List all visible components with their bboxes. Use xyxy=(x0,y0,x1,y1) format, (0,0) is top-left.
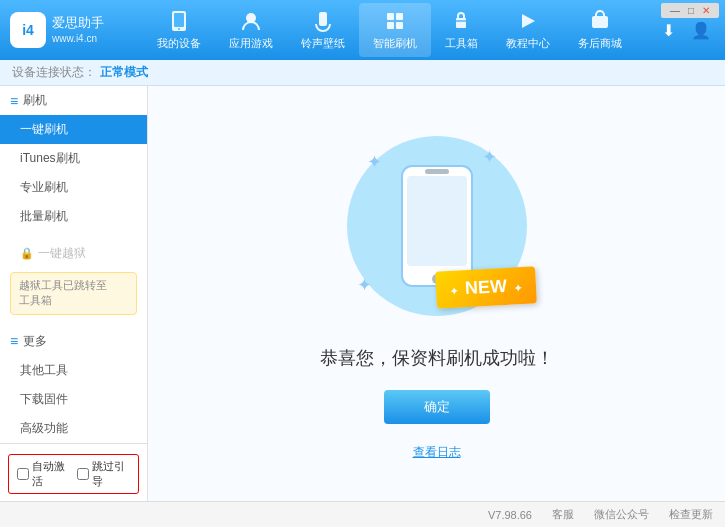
nav-toolbox[interactable]: 工具箱 xyxy=(431,3,492,57)
window-maximize[interactable]: □ xyxy=(685,5,697,16)
more-section-icon: ≡ xyxy=(10,333,18,349)
auto-activate-checkbox[interactable] xyxy=(17,468,29,480)
success-message: 恭喜您，保资料刷机成功啦！ xyxy=(320,346,554,370)
svg-rect-10 xyxy=(456,18,466,28)
top-navbar: i4 爱思助手 www.i4.cn 我的设备 应用游戏 铃声壁纸 xyxy=(0,0,725,60)
svg-rect-13 xyxy=(592,16,608,28)
window-close[interactable]: ✕ xyxy=(699,5,713,16)
svg-rect-19 xyxy=(425,169,449,174)
footer-customer-service[interactable]: 客服 xyxy=(552,507,574,522)
nav-apps-games[interactable]: 应用游戏 xyxy=(215,3,287,57)
sidebar-one-key-flash[interactable]: 一键刷机 xyxy=(0,115,147,144)
svg-rect-9 xyxy=(396,22,403,29)
sidebar-other-tools[interactable]: 其他工具 xyxy=(0,356,147,385)
guide-activate-checkbox-label[interactable]: 跳过引导 xyxy=(77,459,131,489)
sidebar: ≡ 刷机 一键刷机 iTunes刷机 专业刷机 批量刷机 🔒 一键越狱 越狱工具… xyxy=(0,86,148,501)
sparkle-2: ✦ xyxy=(482,146,497,168)
footer: V7.98.66 客服 微信公众号 检查更新 xyxy=(0,501,725,527)
content-area: ✦ ✦ ✦ NEW 恭喜您，保资料刷机成功啦！ 确定 查看日志 xyxy=(148,86,725,501)
guide-activate-checkbox[interactable] xyxy=(77,468,89,480)
status-label: 设备连接状态： xyxy=(12,64,96,81)
sidebar-warning-box: 越狱工具已跳转至 工具箱 xyxy=(10,272,137,315)
svg-rect-7 xyxy=(396,13,403,20)
svg-rect-18 xyxy=(407,176,467,266)
sidebar-advanced[interactable]: 高级功能 xyxy=(0,414,147,443)
illustration-circle: ✦ ✦ ✦ NEW xyxy=(347,136,527,316)
svg-rect-1 xyxy=(174,13,184,27)
sidebar-download-firmware[interactable]: 下载固件 xyxy=(0,385,147,414)
sparkle-1: ✦ xyxy=(367,151,382,173)
nav-service[interactable]: 务后商城 xyxy=(564,3,636,57)
nav-ringtones[interactable]: 铃声壁纸 xyxy=(287,3,359,57)
nav-smart-flash[interactable]: 智能刷机 xyxy=(359,3,431,57)
service-icon xyxy=(588,9,612,33)
footer-version: V7.98.66 xyxy=(488,509,532,521)
main-layout: ≡ 刷机 一键刷机 iTunes刷机 专业刷机 批量刷机 🔒 一键越狱 越狱工具… xyxy=(0,86,725,501)
smart-flash-icon xyxy=(383,9,407,33)
footer-check-update[interactable]: 检查更新 xyxy=(669,507,713,522)
nav-my-device[interactable]: 我的设备 xyxy=(143,3,215,57)
sidebar-bottom: 自动激活 跳过引导 iPhone 15 Pro Max xyxy=(0,443,147,501)
tutorial-icon xyxy=(516,9,540,33)
auto-activate-checkbox-label[interactable]: 自动激活 xyxy=(17,459,71,489)
sparkle-3: ✦ xyxy=(357,274,372,296)
device-row: iPhone 15 Pro Max 512GB iPhone xyxy=(0,498,147,501)
footer-wechat-link[interactable]: 微信公众号 xyxy=(594,507,649,522)
more-section-header: ≡ 更多 xyxy=(0,327,147,356)
logo-text: 爱思助手 www.i4.cn xyxy=(52,15,104,45)
check-log-link[interactable]: 查看日志 xyxy=(413,444,461,461)
my-device-icon xyxy=(167,9,191,33)
status-bar: 设备连接状态： 正常模式 xyxy=(0,60,725,86)
nav-items: 我的设备 应用游戏 铃声壁纸 智能刷机 工具箱 xyxy=(120,3,658,57)
phone-illustration: ✦ ✦ ✦ NEW xyxy=(337,126,537,326)
sidebar-itunes-flash[interactable]: iTunes刷机 xyxy=(0,144,147,173)
logo-icon: i4 xyxy=(10,12,46,48)
sidebar-pro-flash[interactable]: 专业刷机 xyxy=(0,173,147,202)
status-value: 正常模式 xyxy=(100,64,148,81)
sidebar-jailbreak-disabled: 🔒 一键越狱 xyxy=(0,239,147,268)
flash-section-header: ≡ 刷机 xyxy=(0,86,147,115)
confirm-button[interactable]: 确定 xyxy=(384,390,490,424)
toolbox-icon xyxy=(449,9,473,33)
sidebar-batch-flash[interactable]: 批量刷机 xyxy=(0,202,147,231)
lock-icon: 🔒 xyxy=(20,247,34,260)
svg-point-2 xyxy=(178,28,180,30)
window-controls: — □ ✕ xyxy=(655,0,725,21)
new-badge: NEW xyxy=(436,266,538,308)
ringtones-icon xyxy=(311,9,335,33)
nav-tutorial[interactable]: 教程中心 xyxy=(492,3,564,57)
footer-right: V7.98.66 客服 微信公众号 检查更新 xyxy=(488,507,713,522)
more-section-label: 更多 xyxy=(23,333,47,350)
svg-rect-8 xyxy=(387,22,394,29)
apps-icon xyxy=(239,9,263,33)
auto-activate-row: 自动激活 跳过引导 xyxy=(8,454,139,494)
window-minimize[interactable]: — xyxy=(667,5,683,16)
svg-rect-4 xyxy=(319,12,327,26)
flash-section-label: 刷机 xyxy=(23,92,47,109)
svg-marker-12 xyxy=(522,14,535,28)
svg-rect-6 xyxy=(387,13,394,20)
flash-section-icon: ≡ xyxy=(10,93,18,109)
logo-area: i4 爱思助手 www.i4.cn xyxy=(10,12,120,48)
